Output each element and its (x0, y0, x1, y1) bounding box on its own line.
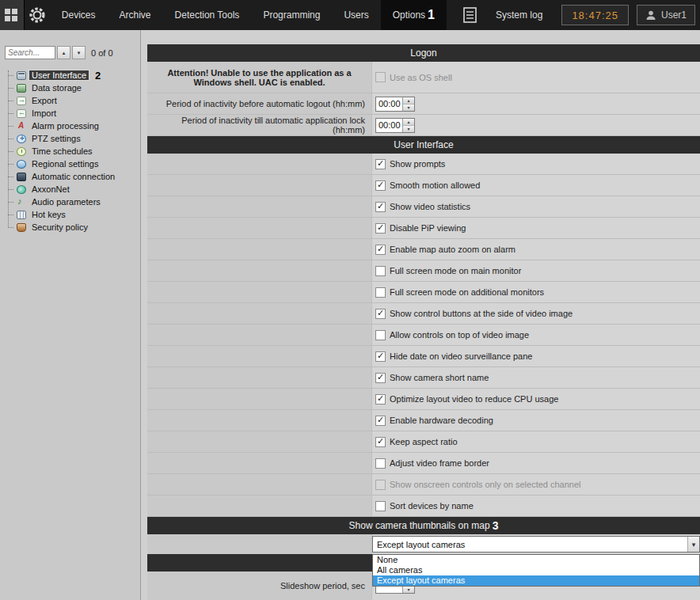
sidebar-item-automatic-connection[interactable]: Automatic connection (14, 170, 139, 183)
settings-gear-button[interactable] (25, 0, 50, 30)
use-as-os-shell-label: Use as OS shell (390, 73, 452, 82)
empty-label (147, 474, 372, 495)
checkbox-show-control-buttons-at-the-side-of-video-image[interactable] (375, 309, 386, 319)
empty-label (147, 453, 372, 473)
menu-item-users[interactable]: Users (332, 0, 380, 30)
checkbox-label: Allow controls on top of video image (390, 330, 529, 340)
dropdown-arrow-icon[interactable]: ▾ (687, 537, 699, 552)
settings-row-checkbox: Show prompts (147, 154, 700, 175)
empty-label (147, 196, 372, 217)
checkbox-full-screen-mode-on-additional-monitors[interactable] (375, 287, 386, 298)
menu-item-options[interactable]: Options 1 (381, 0, 447, 30)
sidebar-item-label: Regional settings (29, 159, 101, 169)
dropdown-option-none[interactable]: None (373, 555, 699, 565)
settings-row-checkbox: Full screen mode on additional monitors (147, 282, 700, 303)
menu-item-detection-tools[interactable]: Detection Tools (163, 0, 252, 30)
spinner-down-icon[interactable]: ▾ (403, 126, 414, 132)
empty-label (147, 303, 372, 324)
menu-item-devices[interactable]: Devices (50, 0, 108, 30)
checkbox-hide-date-on-video-surveillance-pane[interactable] (375, 351, 386, 362)
annotation-3: 3 (493, 519, 499, 532)
checkbox-keep-aspect-ratio[interactable] (375, 437, 386, 447)
settings-row-checkbox: Disable PiP viewing (147, 218, 700, 239)
sidebar-item-label: Automatic connection (29, 172, 117, 181)
settings-row-checkbox: Hide date on video surveillance pane (147, 346, 700, 367)
menu-item-label: Devices (62, 9, 96, 21)
settings-row-checkbox: Show camera short name (147, 367, 700, 389)
annotation-2: 2 (95, 70, 101, 82)
body-area: ▴ ▾ 0 of 0 User Interface 2 Data storage… (0, 30, 700, 600)
checkbox-label: Sort devices by name (390, 501, 474, 511)
settings-row-lock-period: Period of inactivity till automatic appl… (147, 115, 700, 136)
spinner-down-icon[interactable]: ▾ (403, 587, 414, 593)
sidebar-item-export[interactable]: Export (14, 94, 139, 107)
spinner-down-icon[interactable]: ▾ (403, 104, 414, 111)
checkbox-enable-map-auto-zoom-on-alarm[interactable] (375, 245, 386, 255)
checkbox-smooth-motion-allowed[interactable] (375, 180, 386, 191)
slideshow-period-label: Slideshow period, sec (147, 572, 372, 600)
checkbox-full-screen-mode-on-main-monitor[interactable] (375, 266, 386, 276)
spinner-up-icon[interactable]: ▴ (403, 97, 414, 104)
checkbox-show-onscreen-controls-only-on-selected-channel[interactable] (375, 480, 386, 490)
attention-label: Attention! Unable to use the application… (147, 62, 372, 93)
checkbox-show-prompts[interactable] (375, 159, 386, 169)
settings-row-checkbox: Allow controls on top of video image (147, 325, 700, 346)
lock-period-spinner[interactable]: 00:00 ▴▾ (375, 118, 415, 133)
checkbox-label: Keep aspect ratio (390, 437, 458, 446)
dropdown-option-all-cameras[interactable]: All cameras (373, 565, 699, 575)
use-as-os-shell-checkbox[interactable] (375, 72, 386, 82)
checkbox-disable-pip-viewing[interactable] (375, 223, 386, 234)
sidebar-item-ptz-settings[interactable]: PTZ settings (14, 132, 139, 145)
menu-item-programming[interactable]: Programming (251, 0, 332, 30)
checkbox-optimize-layout-video-to-reduce-cpu-usage[interactable] (375, 394, 386, 404)
user-name-label: User1 (661, 9, 687, 21)
search-input[interactable] (5, 46, 55, 59)
sidebar-item-user-interface[interactable]: User Interface 2 (14, 69, 139, 82)
checkbox-sort-devices-by-name[interactable] (375, 501, 386, 511)
checkbox-label: Disable PiP viewing (390, 223, 466, 233)
checkbox-show-camera-short-name[interactable] (375, 373, 386, 383)
gear-icon (28, 6, 47, 25)
settings-row-checkbox: Show video statistics (147, 196, 700, 218)
menu-item-label: Users (344, 9, 368, 21)
checkbox-label: Hide date on video surveillance pane (390, 351, 532, 361)
sidebar-item-security-policy[interactable]: Security policy (14, 221, 139, 234)
checkbox-show-video-statistics[interactable] (375, 202, 386, 212)
menu-item-archive[interactable]: Archive (108, 0, 163, 30)
empty-label (147, 496, 372, 516)
empty-label (147, 218, 372, 238)
sidebar-item-audio-parameters[interactable]: Audio parameters (14, 196, 139, 208)
search-result-count: 0 of 0 (91, 48, 113, 58)
search-next-button[interactable]: ▾ (72, 46, 86, 59)
sidebar-item-label: Security policy (29, 222, 90, 232)
sidebar-item-import[interactable]: Import (14, 107, 139, 120)
sidebar-item-label: AxxonNet (29, 184, 72, 194)
app-launcher-button[interactable] (0, 0, 25, 30)
search-prev-button[interactable]: ▴ (57, 46, 70, 59)
camera-thumbnails-dropdown[interactable]: Except layout cameras ▾ (372, 536, 700, 553)
sidebar-item-hot-keys[interactable]: Hot keys (14, 208, 139, 221)
empty-label (147, 410, 372, 431)
lock-period-label: Period of inactivity till automatic appl… (147, 115, 372, 135)
section-header-user-interface: User Interface (147, 136, 700, 154)
spinner-up-icon[interactable]: ▴ (403, 119, 414, 126)
sidebar-item-label: User Interface (29, 70, 89, 80)
sidebar-item-data-storage[interactable]: Data storage (14, 82, 139, 94)
empty-label (147, 367, 372, 388)
empty-label (147, 346, 372, 366)
settings-row-checkbox: Show onscreen controls only on selected … (147, 474, 700, 496)
dropdown-option-except-layout-cameras[interactable]: Except layout cameras (373, 575, 699, 586)
checkbox-label: Optimize layout video to reduce CPU usag… (390, 394, 558, 404)
sidebar-item-alarm-processing[interactable]: Alarm processing (14, 120, 139, 132)
user-menu-button[interactable]: User1 (637, 5, 695, 25)
settings-sidebar: ▴ ▾ 0 of 0 User Interface 2 Data storage… (0, 30, 141, 600)
sidebar-item-time-schedules[interactable]: Time schedules (14, 145, 139, 158)
logout-period-spinner[interactable]: 00:00 ▴▾ (375, 97, 415, 112)
system-log-menu-item[interactable]: System log (485, 0, 554, 30)
system-log-icon[interactable] (447, 0, 485, 30)
checkbox-allow-controls-on-top-of-video-image[interactable] (375, 330, 386, 340)
sidebar-item-regional-settings[interactable]: Regional settings (14, 158, 139, 170)
checkbox-adjust-video-frame-border[interactable] (375, 458, 386, 469)
sidebar-item-axxonnet[interactable]: AxxonNet (14, 183, 139, 196)
checkbox-enable-hardware-decoding[interactable] (375, 416, 386, 426)
